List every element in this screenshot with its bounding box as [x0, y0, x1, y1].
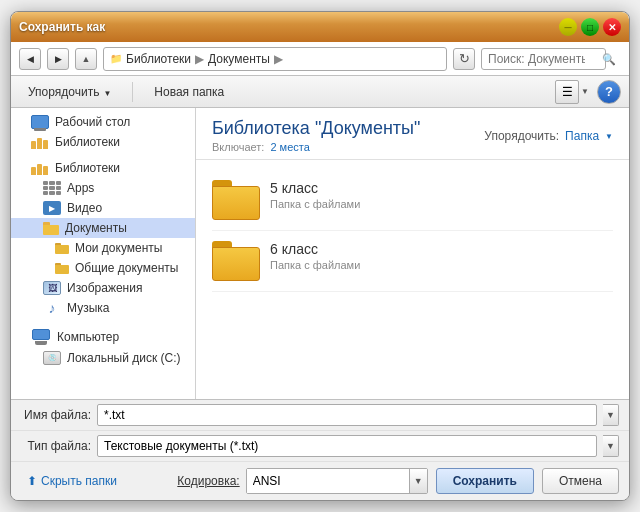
new-folder-button[interactable]: Новая папка — [145, 81, 233, 103]
drive-icon: 💿 — [43, 351, 61, 365]
nav-label-apps: Apps — [67, 181, 94, 195]
save-dialog: Сохранить как ─ □ ✕ ▲ 📁 Библиотеки ▶ Док… — [10, 11, 630, 501]
toolbar: Упорядочить Новая папка ☰ ▼ ? — [11, 76, 629, 108]
right-panel: Библиотека "Документы" Включает: 2 места… — [196, 108, 629, 399]
apps-icon — [43, 181, 61, 195]
nav-label-images: Изображения — [67, 281, 142, 295]
folder-desc-5klass: Папка с файлами — [270, 198, 360, 210]
folder-name-5klass: 5 класс — [270, 180, 360, 196]
window-controls: ─ □ ✕ — [559, 18, 621, 36]
nav-item-video[interactable]: ▶ Видео — [11, 198, 195, 218]
shared-docs-icon — [55, 263, 69, 274]
encoding-input[interactable] — [247, 469, 409, 493]
library-subtitle: Включает: 2 места — [212, 141, 420, 153]
right-top-bar: Библиотека "Документы" Включает: 2 места… — [212, 118, 613, 153]
bottom-section: Имя файла: ▼ Тип файла: ▼ ⬆ Скрыть папки… — [11, 399, 629, 500]
sort-control: Упорядочить: Папка — [484, 129, 613, 143]
organize-arrow-icon — [103, 85, 111, 99]
filename-dropdown-arrow[interactable]: ▼ — [603, 404, 619, 426]
filetype-input[interactable] — [97, 435, 597, 457]
nav-label-desktop: Рабочий стол — [55, 115, 130, 129]
subtitle-places-link[interactable]: 2 места — [270, 141, 309, 153]
help-button[interactable]: ? — [597, 80, 621, 104]
library-icon-top — [31, 135, 49, 149]
close-button[interactable]: ✕ — [603, 18, 621, 36]
address-bar: ▲ 📁 Библиотеки ▶ Документы ▶ 🔍 — [11, 42, 629, 76]
subtitle-includes: Включает: — [212, 141, 264, 153]
toolbar-separator — [132, 82, 133, 102]
search-input[interactable] — [481, 48, 606, 70]
library-icon — [31, 161, 49, 175]
right-header: Библиотека "Документы" Включает: 2 места… — [196, 108, 629, 160]
new-folder-label: Новая папка — [154, 85, 224, 99]
organize-button[interactable]: Упорядочить — [19, 81, 120, 103]
title-bar: Сохранить как ─ □ ✕ — [11, 12, 629, 42]
nav-label-shared-docs: Общие документы — [75, 261, 178, 275]
nav-item-documents[interactable]: Документы — [11, 218, 195, 238]
address-icon: 📁 — [110, 53, 122, 64]
filetype-row: Тип файла: ▼ — [11, 431, 629, 462]
search-wrapper: 🔍 — [481, 48, 621, 70]
music-icon: ♪ — [43, 301, 61, 315]
nav-label-music: Музыка — [67, 301, 109, 315]
library-title: Библиотека "Документы" — [212, 118, 420, 139]
hide-folders-button[interactable]: ⬆ Скрыть папки — [21, 471, 123, 491]
filename-input[interactable] — [97, 404, 597, 426]
forward-button[interactable] — [47, 48, 69, 70]
nav-item-my-docs[interactable]: Мои документы — [11, 238, 195, 258]
nav-label-my-docs: Мои документы — [75, 241, 162, 255]
nav-item-local-disk[interactable]: 💿 Локальный диск (C:) — [11, 348, 195, 368]
nav-item-computer[interactable]: Компьютер — [11, 326, 195, 348]
view-controls: ☰ ▼ — [555, 80, 589, 104]
minimize-button[interactable]: ─ — [559, 18, 577, 36]
path-separator-2: ▶ — [274, 52, 283, 66]
filename-row: Имя файла: ▼ — [11, 400, 629, 431]
cancel-button[interactable]: Отмена — [542, 468, 619, 494]
back-button[interactable] — [19, 48, 41, 70]
folder-desc-6klass: Папка с файлами — [270, 259, 360, 271]
window-title: Сохранить как — [19, 20, 105, 34]
sort-arrow-icon[interactable] — [605, 130, 613, 141]
nav-label-local-disk: Локальный диск (C:) — [67, 351, 181, 365]
nav-spacer-2 — [11, 318, 195, 326]
filetype-label: Тип файла: — [21, 439, 91, 453]
encoding-select-wrapper: ▼ — [246, 468, 428, 494]
path-part-1: Библиотеки — [126, 52, 191, 66]
nav-item-desktop[interactable]: Рабочий стол — [11, 112, 195, 132]
nav-item-apps[interactable]: Apps — [11, 178, 195, 198]
hide-folders-label: Скрыть папки — [41, 474, 117, 488]
folder-item-5klass[interactable]: 5 класс Папка с файлами — [212, 170, 613, 231]
nav-label-computer: Компьютер — [57, 330, 119, 344]
left-panel: Рабочий стол Библиотеки Библио — [11, 108, 196, 399]
folder-info-5klass: 5 класс Папка с файлами — [270, 180, 360, 210]
refresh-button[interactable] — [453, 48, 475, 70]
documents-folder-icon — [43, 222, 59, 235]
bottom-bar: ⬆ Скрыть папки Кодировка: ▼ Сохранить От… — [11, 462, 629, 500]
folder-item-6klass[interactable]: 6 класс Папка с файлами — [212, 231, 613, 292]
nav-label-video: Видео — [67, 201, 102, 215]
maximize-button[interactable]: □ — [581, 18, 599, 36]
nav-label-libraries: Библиотеки — [55, 161, 120, 175]
nav-item-shared-docs[interactable]: Общие документы — [11, 258, 195, 278]
computer-icon — [31, 329, 51, 345]
save-button[interactable]: Сохранить — [436, 468, 534, 494]
folder-info-6klass: 6 класс Папка с файлами — [270, 241, 360, 271]
main-content: Рабочий стол Библиотеки Библио — [11, 108, 629, 399]
nav-item-music[interactable]: ♪ Музыка — [11, 298, 195, 318]
filetype-dropdown-arrow[interactable]: ▼ — [603, 435, 619, 457]
nav-item-images[interactable]: 🖼 Изображения — [11, 278, 195, 298]
encoding-section: Кодировка: ▼ — [177, 468, 427, 494]
view-toggle-button[interactable]: ☰ — [555, 80, 579, 104]
path-part-2: Документы — [208, 52, 270, 66]
up-button[interactable]: ▲ — [75, 48, 97, 70]
sort-value[interactable]: Папка — [565, 129, 599, 143]
address-path[interactable]: 📁 Библиотеки ▶ Документы ▶ — [103, 47, 447, 71]
nav-item-libraries-top[interactable]: Библиотеки — [11, 132, 195, 152]
desktop-icon — [31, 115, 49, 129]
folder-list: 5 класс Папка с файлами 6 класс Папка с … — [196, 160, 629, 302]
organize-label: Упорядочить — [28, 85, 99, 99]
folder-icon-6klass — [212, 241, 260, 281]
nav-item-libraries[interactable]: Библиотеки — [11, 158, 195, 178]
encoding-dropdown-arrow[interactable]: ▼ — [409, 469, 427, 493]
search-icon: 🔍 — [602, 52, 616, 65]
